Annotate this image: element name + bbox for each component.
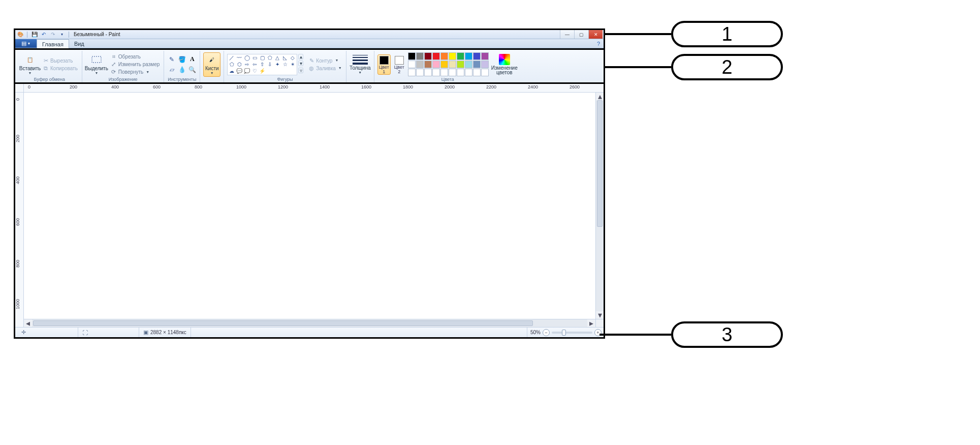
color-swatch[interactable] bbox=[449, 52, 456, 60]
minimize-button[interactable]: — bbox=[560, 30, 574, 39]
help-icon[interactable]: ? bbox=[593, 39, 604, 48]
shape-lightning-icon[interactable]: ⚡ bbox=[259, 68, 266, 74]
paste-button[interactable]: 📋 Вставить ▼ bbox=[20, 52, 40, 77]
color-swatch[interactable] bbox=[465, 61, 472, 68]
color-swatch[interactable] bbox=[449, 69, 456, 76]
tab-home[interactable]: Главная bbox=[37, 39, 69, 48]
shape-rect-icon[interactable]: ▭ bbox=[251, 55, 258, 61]
zoom-slider-thumb[interactable] bbox=[562, 330, 566, 336]
shape-rtriangle-icon[interactable]: ◺ bbox=[281, 55, 289, 61]
color-swatch[interactable] bbox=[440, 52, 448, 60]
color-swatch[interactable] bbox=[424, 69, 432, 76]
shape-heart-icon[interactable]: ♡ bbox=[251, 68, 258, 74]
shape-star4-icon[interactable]: ✦ bbox=[274, 62, 281, 68]
shapes-gallery[interactable]: ／ 〰 ◯ ▭ ▢ ⬠ △ ◺ ◇ ⬠ ⬡ ⇨ ⇦ bbox=[227, 54, 297, 75]
pencil-tool[interactable]: ✎ bbox=[167, 55, 176, 64]
color-swatch[interactable] bbox=[473, 52, 481, 60]
color-swatch[interactable] bbox=[481, 52, 489, 60]
color-swatch[interactable] bbox=[440, 61, 448, 68]
copy-button[interactable]: ⧉Копировать bbox=[42, 65, 79, 72]
scroll-thumb-vertical[interactable] bbox=[597, 100, 603, 227]
eraser-tool[interactable]: ▱ bbox=[167, 65, 176, 74]
color-swatch[interactable] bbox=[449, 61, 456, 68]
color-swatch[interactable] bbox=[465, 52, 472, 60]
fill-dropdown[interactable]: ◍Заливка▼ bbox=[307, 65, 342, 72]
close-button[interactable]: ✕ bbox=[588, 30, 603, 39]
brushes-button[interactable]: 🖌 Кисти ▼ bbox=[203, 52, 220, 77]
shape-roundrect-icon[interactable]: ▢ bbox=[259, 55, 266, 61]
shape-oval-icon[interactable]: ◯ bbox=[243, 55, 250, 61]
scrollbar-horizontal[interactable]: ◂ ▸ bbox=[24, 319, 595, 327]
color-swatch[interactable] bbox=[440, 69, 448, 76]
shapes-scroll-down[interactable]: ▾ bbox=[298, 61, 303, 66]
fill-tool[interactable]: 🪣 bbox=[177, 55, 186, 64]
color1-button[interactable]: Цвет 1 bbox=[377, 54, 391, 75]
shape-hexagon-icon[interactable]: ⬡ bbox=[236, 62, 243, 68]
color-swatch[interactable] bbox=[473, 61, 481, 68]
magnifier-tool[interactable]: 🔍 bbox=[187, 65, 197, 74]
shape-triangle-icon[interactable]: △ bbox=[274, 55, 281, 61]
shape-star5-icon[interactable]: ☆ bbox=[281, 62, 289, 68]
redo-icon[interactable]: ↷ bbox=[49, 31, 56, 38]
tab-view[interactable]: Вид bbox=[69, 39, 89, 48]
color-swatch[interactable] bbox=[473, 69, 481, 76]
shape-callout-cloud-icon[interactable]: 💭 bbox=[243, 68, 250, 74]
scroll-down-icon[interactable]: ▾ bbox=[596, 311, 604, 319]
maximize-button[interactable]: ▢ bbox=[574, 30, 588, 39]
shapes-expand[interactable]: ▿ bbox=[298, 68, 303, 73]
picker-tool[interactable]: 💧 bbox=[177, 65, 186, 74]
text-tool[interactable]: A bbox=[187, 55, 197, 64]
shape-star6-icon[interactable]: ✶ bbox=[289, 62, 296, 68]
shape-arrowd-icon[interactable]: ⇩ bbox=[266, 62, 273, 68]
color-swatch[interactable] bbox=[457, 69, 464, 76]
shape-arrowu-icon[interactable]: ⇧ bbox=[259, 62, 266, 68]
zoom-out-button[interactable]: − bbox=[543, 329, 550, 336]
zoom-slider[interactable] bbox=[552, 332, 592, 334]
select-button[interactable]: Выделить ▼ bbox=[85, 52, 108, 77]
color-swatch[interactable] bbox=[408, 69, 416, 76]
color-swatch[interactable] bbox=[408, 61, 416, 68]
color-swatch[interactable] bbox=[424, 61, 432, 68]
paint-app-icon[interactable]: 🎨 bbox=[16, 31, 24, 38]
color2-button[interactable]: Цвет 2 bbox=[393, 54, 406, 75]
color-swatch[interactable] bbox=[432, 61, 440, 68]
shape-callout-oval-icon[interactable]: 💬 bbox=[236, 68, 243, 74]
file-menu-tab[interactable]: ▤▼ bbox=[15, 39, 37, 48]
color-swatch[interactable] bbox=[408, 52, 416, 60]
color-swatch[interactable] bbox=[424, 52, 432, 60]
undo-icon[interactable]: ↶ bbox=[40, 31, 47, 38]
shape-curve-icon[interactable]: 〰 bbox=[236, 55, 243, 61]
outline-dropdown[interactable]: ✎Контур▼ bbox=[307, 57, 342, 64]
crop-button[interactable]: ⌗Обрезать bbox=[110, 53, 161, 61]
canvas[interactable] bbox=[24, 93, 595, 319]
color-swatch[interactable] bbox=[481, 61, 489, 68]
scroll-left-icon[interactable]: ◂ bbox=[24, 319, 32, 327]
scroll-thumb-horizontal[interactable] bbox=[33, 320, 533, 326]
color-swatch[interactable] bbox=[416, 69, 424, 76]
color-swatch[interactable] bbox=[416, 52, 424, 60]
color-swatch[interactable] bbox=[457, 52, 464, 60]
edit-colors-button[interactable]: Изменение цветов bbox=[491, 52, 518, 77]
scroll-right-icon[interactable]: ▸ bbox=[587, 319, 595, 327]
rotate-button[interactable]: ⟳Повернуть▼ bbox=[110, 69, 161, 76]
color-swatch[interactable] bbox=[465, 69, 472, 76]
resize-button[interactable]: ⤢Изменить размер bbox=[110, 61, 161, 68]
shape-diamond-icon[interactable]: ◇ bbox=[289, 55, 296, 61]
size-button[interactable]: Толщина ▼ bbox=[350, 52, 371, 77]
shape-pentagon-icon[interactable]: ⬠ bbox=[228, 62, 235, 68]
color-swatch[interactable] bbox=[416, 61, 424, 68]
quickaccess-dropdown-icon[interactable]: ▾ bbox=[58, 31, 66, 38]
shape-callout-round-icon[interactable]: ☁ bbox=[228, 68, 235, 74]
color-swatch[interactable] bbox=[481, 69, 489, 76]
cut-button[interactable]: ✂Вырезать bbox=[42, 57, 79, 64]
color-swatch[interactable] bbox=[432, 52, 440, 60]
color-swatch[interactable] bbox=[432, 69, 440, 76]
color-swatch[interactable] bbox=[457, 61, 464, 68]
save-icon[interactable]: 💾 bbox=[30, 31, 38, 38]
shape-arrowr-icon[interactable]: ⇨ bbox=[243, 62, 250, 68]
shape-polygon-icon[interactable]: ⬠ bbox=[266, 55, 273, 61]
shape-arrowl-icon[interactable]: ⇦ bbox=[251, 62, 258, 68]
shape-line-icon[interactable]: ／ bbox=[228, 55, 235, 61]
scroll-up-icon[interactable]: ▴ bbox=[596, 93, 604, 100]
scrollbar-vertical[interactable]: ▴ ▾ bbox=[595, 93, 604, 319]
